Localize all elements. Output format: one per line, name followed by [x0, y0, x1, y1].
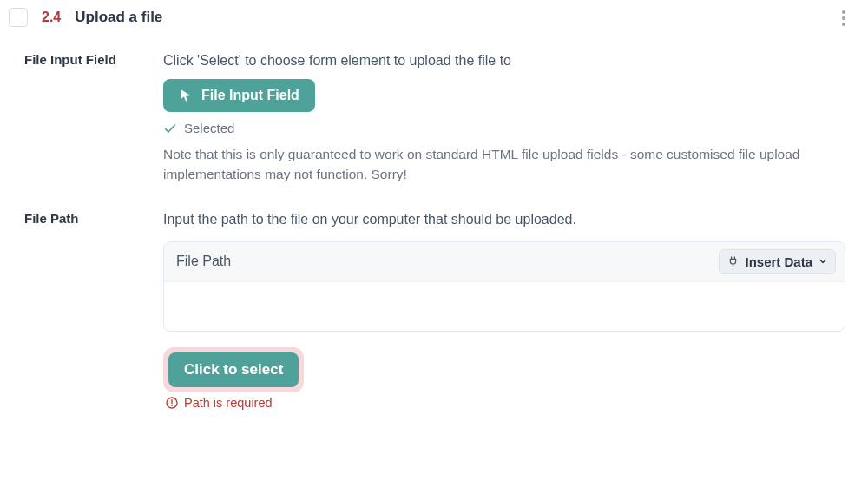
file-input-select-button-label: File Input Field: [201, 88, 299, 103]
path-error: Path is required: [165, 396, 845, 410]
check-icon: [163, 122, 177, 135]
step-title: Upload a file: [75, 9, 162, 26]
file-path-input-box: File Path Insert Data: [163, 241, 845, 332]
select-button-highlight: Click to select: [163, 347, 304, 392]
selected-status-text: Selected: [184, 121, 234, 135]
step-header: 2.4 Upload a file: [9, 7, 859, 40]
svg-point-2: [172, 405, 173, 406]
file-path-input-area[interactable]: [164, 282, 845, 331]
file-input-field-label: File Input Field: [24, 50, 163, 67]
cursor-icon: [179, 89, 193, 102]
path-error-text: Path is required: [184, 396, 273, 410]
click-to-select-button[interactable]: Click to select: [168, 352, 299, 387]
error-icon: [165, 396, 179, 410]
file-path-box-label: File Path: [176, 253, 231, 269]
insert-data-label: Insert Data: [745, 254, 812, 269]
file-path-label: File Path: [24, 209, 163, 226]
selected-status: Selected: [163, 121, 845, 135]
file-input-note: Note that this is only guaranteed to wor…: [163, 144, 845, 185]
plug-icon: [727, 255, 740, 268]
file-path-input-header: File Path Insert Data: [164, 242, 845, 282]
insert-data-button[interactable]: Insert Data: [719, 249, 836, 274]
file-input-field-row: File Input Field Click 'Select' to choos…: [24, 50, 845, 185]
file-input-description: Click 'Select' to choose form element to…: [163, 50, 845, 70]
file-path-description: Input the path to the file on your compu…: [163, 209, 845, 229]
chevron-down-icon: [818, 256, 828, 267]
kebab-menu-icon[interactable]: [833, 7, 854, 28]
file-path-row: File Path Input the path to the file on …: [24, 209, 845, 410]
step-number: 2.4: [42, 10, 61, 25]
step-checkbox[interactable]: [9, 8, 28, 27]
file-input-select-button[interactable]: File Input Field: [163, 79, 315, 112]
